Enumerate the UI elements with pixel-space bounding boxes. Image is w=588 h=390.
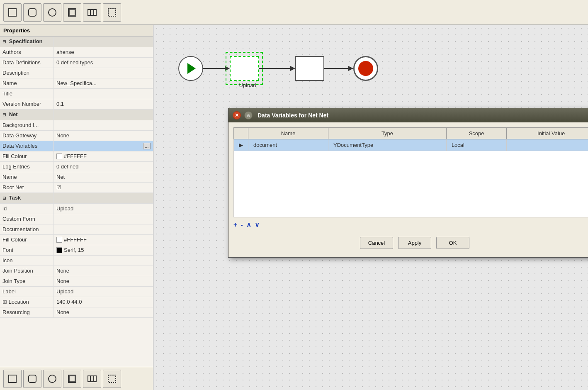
dialog-titlebar: ✕ ⊙ Data Variables for Net Net — [228, 108, 588, 122]
bottom-select-btn[interactable] — [103, 370, 121, 388]
section-specification: ⊟ Specification — [0, 37, 153, 47]
canvas-area[interactable]: Upload ✕ ⊙ Data Variables for Net Net — [153, 25, 588, 390]
prop-label-value: Upload — [54, 287, 153, 297]
prop-description-value — [54, 68, 153, 78]
prop-description: Description — [0, 68, 153, 78]
col-initial-value: Initial Value — [507, 128, 588, 139]
svg-rect-0 — [9, 9, 16, 16]
svg-rect-1 — [29, 9, 36, 16]
col-name: Name — [248, 128, 328, 139]
prop-root-net-value: ☑ — [54, 183, 153, 193]
prop-authors: Authors ahense — [0, 47, 153, 58]
table-row[interactable]: ▶ document YDocumentType Local — [234, 139, 588, 151]
bottom-rounded-rect-btn[interactable] — [23, 370, 41, 388]
prop-log-entries: Log Entries 0 defined — [0, 162, 153, 172]
col-indicator — [234, 128, 248, 139]
prop-data-variables[interactable]: Data Variables ... — [0, 141, 153, 151]
prop-data-variables-value: ... — [54, 141, 153, 151]
col-type: Type — [328, 128, 447, 139]
svg-marker-21 — [348, 66, 353, 71]
section-task: ⊟ Task — [0, 193, 153, 204]
cancel-button[interactable]: Cancel — [360, 237, 393, 249]
toolbar-rounded-rect-btn[interactable] — [23, 3, 41, 22]
section-toggle-specification[interactable]: ⊟ — [2, 39, 6, 44]
prop-font-value: Serif, 15 — [54, 245, 153, 255]
prop-fill-colour-task: Fill Colour #FFFFFF — [0, 235, 153, 245]
prop-documentation: Documentation — [0, 224, 153, 235]
prop-data-definitions: Data Definitions 0 defined types — [0, 58, 153, 68]
bottom-rect-btn[interactable] — [3, 370, 22, 388]
prop-resourcing-value: None — [54, 307, 153, 317]
svg-rect-12 — [69, 376, 75, 382]
dialog-body: Name Type Scope Initial Value ▶ document… — [228, 122, 588, 257]
toolbar-group-btn[interactable] — [83, 3, 101, 22]
fill-colour-net-swatch — [56, 154, 62, 159]
prop-location-value: 140.0 44.0 — [54, 297, 153, 307]
end-circle-inner — [358, 61, 373, 76]
prop-label: Label Upload — [0, 287, 153, 297]
prop-icon: Icon — [0, 256, 153, 266]
prop-background: Background I... — [0, 120, 153, 131]
start-event[interactable] — [178, 56, 203, 81]
svg-point-10 — [49, 375, 56, 383]
font-swatch — [56, 247, 62, 253]
row-scope: Local — [446, 139, 507, 151]
app-container: Properties ⊟ Specification Authors ahens… — [0, 0, 588, 390]
ok-button[interactable]: OK — [436, 237, 469, 249]
top-toolbar — [0, 0, 588, 25]
bottom-toolbar — [0, 367, 153, 390]
task-upload-label: Upload — [233, 82, 262, 88]
prop-task-id: id Upload — [0, 204, 153, 214]
bottom-group-btn[interactable] — [83, 370, 101, 388]
prop-join-position-value: None — [54, 266, 153, 276]
prop-location: ⊞ Location 140.0 44.0 — [0, 297, 153, 307]
dialog-minimize-btn[interactable]: ⊙ — [244, 111, 253, 119]
move-down-btn[interactable]: ∨ — [255, 221, 260, 229]
end-event[interactable] — [353, 56, 378, 81]
dialog-tools: + - ∧ ∨ — [233, 217, 588, 232]
toolbar-circle-btn[interactable] — [43, 3, 61, 22]
prop-background-value — [54, 120, 153, 130]
section-toggle-net[interactable]: ⊟ — [2, 112, 6, 117]
task-2[interactable] — [295, 56, 324, 81]
section-toggle-task[interactable]: ⊟ — [2, 196, 6, 200]
prop-custom-form: Custom Form — [0, 214, 153, 224]
properties-table: ⊟ Specification Authors ahense Data Defi… — [0, 37, 153, 367]
move-up-btn[interactable]: ∧ — [246, 221, 251, 229]
apply-button[interactable]: Apply — [398, 237, 431, 249]
svg-point-2 — [49, 9, 56, 16]
bottom-circle-btn[interactable] — [43, 370, 61, 388]
task-upload[interactable] — [230, 56, 259, 81]
prop-font: Font Serif, 15 — [0, 245, 153, 256]
dialog-close-btn[interactable]: ✕ — [233, 111, 241, 119]
prop-documentation-value — [54, 224, 153, 234]
prop-data-gateway: Data Gateway None — [0, 131, 153, 141]
prop-name-spec-value: New_Specifica... — [54, 78, 153, 88]
row-arrow-cell: ▶ — [234, 139, 248, 151]
toolbar-box-btn[interactable] — [63, 3, 81, 22]
toolbar-rect-btn[interactable] — [3, 3, 22, 22]
prop-name-spec: Name New_Specifica... — [0, 78, 153, 89]
prop-root-net: Root Net ☑ — [0, 183, 153, 193]
dialog-buttons: Cancel Apply OK — [233, 232, 588, 252]
prop-data-definitions-value: 0 defined types — [54, 58, 153, 68]
prop-title-value — [54, 89, 153, 99]
svg-rect-15 — [108, 375, 116, 383]
prop-resourcing: Resourcing None — [0, 307, 153, 318]
add-row-btn[interactable]: + — [233, 221, 237, 229]
toolbar-select-btn[interactable] — [103, 3, 121, 22]
prop-log-entries-value: 0 defined — [54, 162, 153, 172]
section-label-task: Task — [9, 195, 21, 201]
bottom-box-btn[interactable] — [63, 370, 81, 388]
svg-rect-8 — [9, 375, 16, 383]
prop-title: Title — [0, 89, 153, 99]
remove-row-btn[interactable]: - — [241, 221, 243, 229]
fill-colour-task-swatch — [56, 237, 62, 243]
prop-join-position: Join Position None — [0, 266, 153, 276]
prop-icon-value — [54, 256, 153, 266]
data-variables-dialog: ✕ ⊙ Data Variables for Net Net Name Type… — [228, 108, 588, 258]
data-variables-dots-btn[interactable]: ... — [143, 143, 151, 149]
left-panel: Properties ⊟ Specification Authors ahens… — [0, 25, 153, 390]
svg-rect-7 — [108, 9, 116, 16]
prop-authors-value: ahense — [54, 47, 153, 57]
